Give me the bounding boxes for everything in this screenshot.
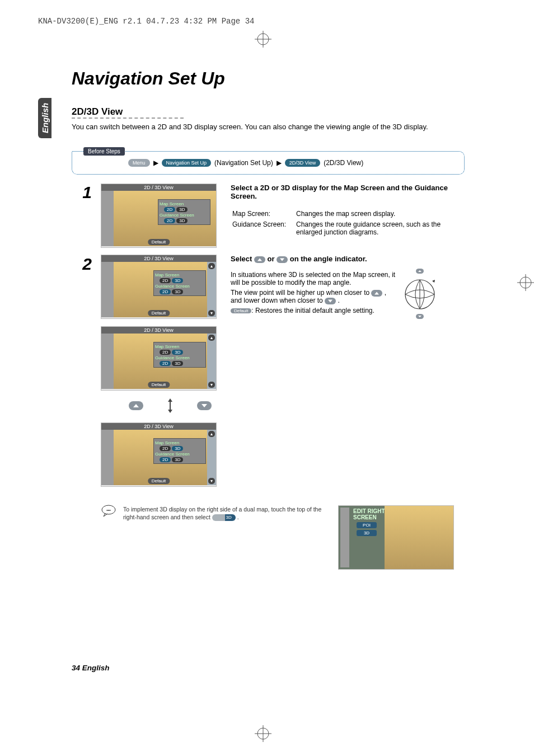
popup-row-guidance: Guidance Screen xyxy=(155,284,204,289)
table-row: Guidance Screen: Changes the route guida… xyxy=(232,220,465,237)
2d-chip[interactable]: 2D xyxy=(160,350,171,355)
up-button-icon xyxy=(254,256,265,263)
angle-up-button[interactable]: ▲ xyxy=(208,335,215,341)
row-label: Guidance Screen: xyxy=(232,220,294,237)
angle-down-button[interactable]: ▼ xyxy=(208,478,215,484)
3d-chip[interactable]: 3D xyxy=(172,361,183,366)
3d-chip[interactable]: 3D xyxy=(172,446,183,451)
screenshot-header: 2D / 3D View xyxy=(101,255,216,262)
3d-toggle-chip[interactable]: 3D xyxy=(212,514,236,521)
angle-indicator-rail: ▲ ▼ xyxy=(207,430,216,485)
row-desc: Changes the map screen display. xyxy=(296,209,465,219)
down-button-icon xyxy=(325,298,336,304)
2d-chip[interactable]: 2D xyxy=(164,218,175,223)
zoom-sidebar[interactable] xyxy=(101,430,114,485)
angle-up-button[interactable]: ▲ xyxy=(208,431,215,437)
map-pane xyxy=(385,506,453,569)
down-button-icon xyxy=(277,256,288,263)
step-1-number: 1 xyxy=(81,183,92,202)
row-label: Map Screen: xyxy=(232,209,294,219)
section-title: 2D/3D View xyxy=(72,106,123,118)
angle-down-button[interactable]: ▼ xyxy=(208,382,215,388)
up-button-icon xyxy=(371,290,382,297)
print-header-line: KNA-DV3200(E)_ENG r2.1 04.7.23 4:32 PM P… xyxy=(38,17,254,26)
before-steps-box: Before Steps Menu ▶ Navigation Set Up (N… xyxy=(72,151,465,175)
crop-mark-right-icon xyxy=(517,274,534,291)
step-1-text: Select a 2D or 3D display for the Map Sc… xyxy=(231,184,466,238)
globe-angle-icon xyxy=(403,269,437,319)
nav-setup-paren: (Navigation Set Up) xyxy=(214,159,273,167)
popup-row-map: Map Screen xyxy=(155,440,204,445)
tip-text: To implement 3D display on the right sid… xyxy=(123,505,336,521)
2d3d-view-chip[interactable]: 2D/3D View xyxy=(285,159,320,167)
svg-text:•••: ••• xyxy=(106,508,111,512)
tip-screenshot: EDIT RIGHT SCREEN POI 3D xyxy=(338,505,454,570)
zoom-sidebar[interactable] xyxy=(101,334,114,389)
2d-chip[interactable]: 2D xyxy=(164,207,175,212)
3d-chip[interactable]: 3D xyxy=(176,207,188,212)
3d-chip[interactable]: 3D xyxy=(172,457,183,462)
zoom-sidebar[interactable] xyxy=(101,262,114,317)
3d-chip[interactable]: 3D xyxy=(172,289,183,294)
screenshot-header: 2D / 3D View xyxy=(101,327,216,334)
popup-row-map: Map Screen xyxy=(155,273,204,278)
crop-mark-bottom-icon xyxy=(255,725,271,742)
3d-button[interactable]: 3D xyxy=(357,530,377,536)
step-1-heading: Select a 2D or 3D display for the Map Sc… xyxy=(231,184,466,200)
step-2-heading: Select or on the angle indicator. xyxy=(231,255,396,263)
angle-indicator-rail: ▲ ▼ xyxy=(207,262,216,317)
view-popup: Map Screen 2D3D Guidance Screen 2D3D xyxy=(153,342,206,368)
step-2-default-line: Default: Restores the initial default an… xyxy=(231,307,396,314)
step-2-para-2: The view point will be higher up when cl… xyxy=(231,289,396,304)
default-button[interactable]: Default xyxy=(148,382,170,388)
screenshot-header: 2D / 3D View xyxy=(101,423,216,430)
view-popup: Map Screen 2D 3D Guidance Screen 2D 3D xyxy=(158,199,210,225)
2d-chip[interactable]: 2D xyxy=(160,457,171,462)
2d-chip[interactable]: 2D xyxy=(160,289,171,294)
step-2-para-1: In situations where 3D is selected on th… xyxy=(231,271,396,287)
up-chip-icon xyxy=(129,401,143,410)
language-side-tab: English xyxy=(38,98,51,138)
default-chip: Default xyxy=(231,308,251,313)
intro-paragraph: You can switch between a 2D and 3D displ… xyxy=(72,122,463,132)
popup-row-map: Map Screen xyxy=(160,201,209,206)
angle-up-button[interactable]: ▲ xyxy=(208,263,215,269)
2d-chip[interactable]: 2D xyxy=(160,446,171,451)
tip-speech-icon: ••• xyxy=(101,504,116,520)
zoom-sidebar[interactable] xyxy=(101,191,114,246)
angle-indicator-rail: ▲ ▼ xyxy=(207,334,216,389)
default-button[interactable]: Default xyxy=(148,239,170,245)
2d3d-view-paren: (2D/3D View) xyxy=(324,159,363,167)
step-2-text: Select or on the angle indicator. In sit… xyxy=(231,255,396,317)
2d-chip[interactable]: 2D xyxy=(160,361,171,366)
before-steps-label: Before Steps xyxy=(83,147,125,156)
arrow-icon: ▶ xyxy=(277,159,282,167)
nav-setup-chip[interactable]: Navigation Set Up xyxy=(162,159,212,167)
screenshot-header: 2D / 3D View xyxy=(101,184,216,191)
step-2-screenshot-a: 2D / 3D View ▲ ▼ Map Screen 2D3D Guidanc… xyxy=(101,255,217,319)
3d-chip[interactable]: 3D xyxy=(172,278,183,283)
step-2-screenshot-b: 2D / 3D View ▲ ▼ Map Screen 2D3D Guidanc… xyxy=(101,326,217,391)
3d-chip[interactable]: 3D xyxy=(176,218,188,223)
step-1-screenshot: 2D / 3D View Map Screen 2D 3D Guidance S… xyxy=(101,184,217,248)
page-title: Navigation Set Up xyxy=(72,68,225,89)
2d-chip[interactable]: 2D xyxy=(160,278,171,283)
popup-row-guidance: Guidance Screen xyxy=(155,355,204,360)
table-row: Map Screen: Changes the map screen displ… xyxy=(232,209,465,219)
view-popup: Map Screen 2D3D Guidance Screen 2D3D xyxy=(153,270,206,296)
3d-chip[interactable]: 3D xyxy=(172,350,183,355)
row-desc: Changes the route guidance screen, such … xyxy=(296,220,465,237)
arrow-icon: ▶ xyxy=(153,159,158,167)
popup-row-guidance: Guidance Screen xyxy=(155,452,204,457)
menu-button-chip[interactable]: Menu xyxy=(128,159,150,167)
default-button[interactable]: Default xyxy=(148,310,170,316)
angle-adjust-direction-graphic xyxy=(129,397,212,414)
default-button[interactable]: Default xyxy=(148,478,170,484)
popup-row-map: Map Screen xyxy=(155,344,204,349)
down-chip-icon xyxy=(197,401,212,410)
poi-button[interactable]: POI xyxy=(357,522,377,528)
angle-down-button[interactable]: ▼ xyxy=(208,310,215,316)
tip-row: ••• To implement 3D display on the right… xyxy=(101,505,336,521)
page-footer: 34 English xyxy=(72,664,110,672)
section-divider xyxy=(72,118,184,119)
